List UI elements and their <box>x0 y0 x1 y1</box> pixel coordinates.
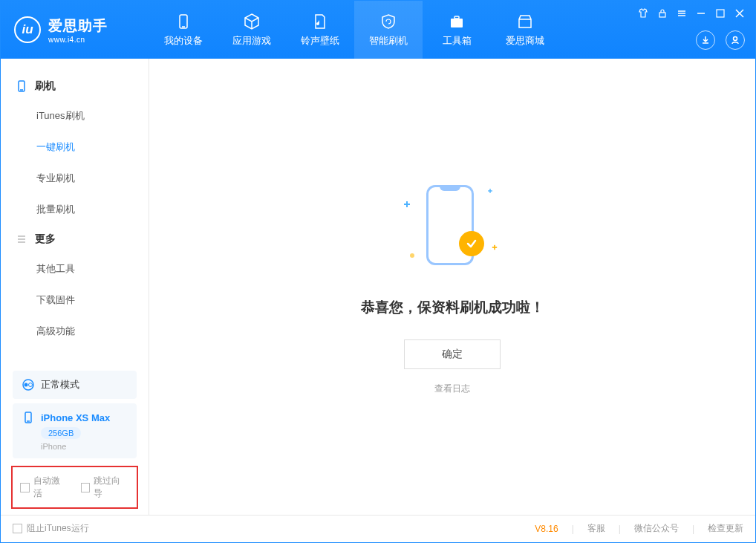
sidebar-item-advanced[interactable]: 高级功能 <box>36 316 149 347</box>
sidebar-item-batch-flash[interactable]: 批量刷机 <box>36 194 149 225</box>
sparkle-icon <box>488 189 492 193</box>
tab-label: 我的设备 <box>164 34 203 48</box>
checkbox-box <box>13 524 22 533</box>
header-action-icons <box>696 30 745 50</box>
sidebar-item-download-firmware[interactable]: 下载固件 <box>36 284 149 316</box>
list-icon <box>16 233 27 245</box>
checkbox-label: 跳过向导 <box>94 475 129 500</box>
success-message: 恭喜您，保资料刷机成功啦！ <box>361 298 544 317</box>
checkbox-auto-activate[interactable]: 自动激活 <box>20 475 69 500</box>
toolbox-icon <box>448 13 466 30</box>
svg-rect-9 <box>717 10 724 17</box>
device-type: iPhone <box>41 442 66 451</box>
tab-label: 工具箱 <box>443 34 472 48</box>
music-file-icon <box>311 13 329 30</box>
logo-text: 爱思助手 www.i4.cn <box>48 16 108 44</box>
sidebar: 刷机 iTunes刷机 一键刷机 专业刷机 批量刷机 更多 其他工具 下载固件 … <box>1 59 149 515</box>
device-icon <box>175 13 192 30</box>
tab-store[interactable]: 爱思商城 <box>491 1 559 59</box>
tab-my-device[interactable]: 我的设备 <box>149 1 218 59</box>
checkbox-block-itunes[interactable]: 阻止iTunes运行 <box>13 522 89 535</box>
svg-point-19 <box>25 383 28 387</box>
store-icon <box>516 13 534 30</box>
footer-link-update[interactable]: 检查更新 <box>708 522 743 535</box>
sidebar-item-itunes-flash[interactable]: iTunes刷机 <box>36 100 149 131</box>
device-icon <box>22 411 35 424</box>
tab-label: 智能刷机 <box>369 34 408 48</box>
ok-button[interactable]: 确定 <box>404 339 501 369</box>
checkbox-box <box>81 483 91 492</box>
body: 刷机 iTunes刷机 一键刷机 专业刷机 批量刷机 更多 其他工具 下载固件 … <box>1 59 755 515</box>
footer-right: V8.16 | 客服 | 微信公众号 | 检查更新 <box>535 522 743 535</box>
sparkle-icon <box>492 244 497 249</box>
sidebar-bottom: 正常模式 iPhone XS Max 256GB iPhone 自动激活 跳过向… <box>1 366 149 515</box>
version-label: V8.16 <box>535 524 558 534</box>
sidebar-item-oneclick-flash[interactable]: 一键刷机 <box>36 131 149 163</box>
svg-point-20 <box>29 383 33 387</box>
heading-label: 更多 <box>35 233 56 246</box>
sidebar-item-pro-flash[interactable]: 专业刷机 <box>36 163 149 194</box>
close-icon[interactable] <box>734 8 745 19</box>
mode-panel[interactable]: 正常模式 <box>13 371 137 399</box>
footer: 阻止iTunes运行 V8.16 | 客服 | 微信公众号 | 检查更新 <box>1 515 755 542</box>
checkbox-label: 自动激活 <box>33 475 69 500</box>
user-icon[interactable] <box>726 30 745 50</box>
tab-ringtones-wallpapers[interactable]: 铃声壁纸 <box>286 1 354 59</box>
heading-label: 刷机 <box>35 79 56 93</box>
tab-label: 爱思商城 <box>506 34 544 48</box>
download-icon[interactable] <box>696 30 715 50</box>
logo-icon: iu <box>14 16 41 43</box>
sidebar-heading-more: 更多 <box>1 225 149 253</box>
brand-url: www.i4.cn <box>48 36 108 44</box>
checkbox-row: 自动激活 跳过向导 <box>11 466 138 509</box>
device-panel[interactable]: iPhone XS Max 256GB iPhone <box>13 403 137 458</box>
tabs: 我的设备 应用游戏 铃声壁纸 智能刷机 工具箱 爱思商城 <box>149 1 559 59</box>
tab-apps-games[interactable]: 应用游戏 <box>218 1 286 59</box>
view-log-link[interactable]: 查看日志 <box>434 383 470 395</box>
svg-rect-3 <box>454 16 459 19</box>
tab-toolbox[interactable]: 工具箱 <box>423 1 491 59</box>
svg-point-12 <box>734 37 737 41</box>
sidebar-heading-flash: 刷机 <box>1 72 149 100</box>
sidebar-list-more: 其他工具 下载固件 高级功能 <box>1 253 149 347</box>
svg-rect-2 <box>451 19 463 27</box>
storage-badge: 256GB <box>41 427 81 439</box>
footer-link-support[interactable]: 客服 <box>587 522 605 535</box>
brand-name: 爱思助手 <box>48 16 108 36</box>
window-controls <box>638 8 745 19</box>
header: iu 爱思助手 www.i4.cn 我的设备 应用游戏 铃声壁纸 智能刷机 工具… <box>1 1 755 59</box>
sidebar-item-other-tools[interactable]: 其他工具 <box>36 253 149 284</box>
shirt-icon[interactable] <box>638 8 648 19</box>
sidebar-list-flash: iTunes刷机 一键刷机 专业刷机 批量刷机 <box>1 100 149 225</box>
device-name: iPhone XS Max <box>41 412 110 423</box>
success-illustration <box>397 179 508 283</box>
phone-icon <box>16 80 27 92</box>
mode-icon <box>22 378 35 391</box>
phone-notch-icon <box>440 185 460 191</box>
main-content: 恭喜您，保资料刷机成功啦！ 确定 查看日志 <box>149 59 755 515</box>
checkbox-box <box>20 483 30 492</box>
footer-link-wechat[interactable]: 微信公众号 <box>634 522 679 535</box>
svg-rect-4 <box>659 13 665 17</box>
check-badge-icon <box>459 231 484 256</box>
mode-label: 正常模式 <box>41 378 79 391</box>
refresh-shield-icon <box>379 13 397 30</box>
sparkle-icon <box>404 201 410 207</box>
menu-icon[interactable] <box>677 8 687 19</box>
logo-area: iu 爱思助手 www.i4.cn <box>1 16 149 44</box>
lock-icon[interactable] <box>657 8 668 19</box>
separator: | <box>572 524 574 534</box>
tab-label: 铃声壁纸 <box>301 34 339 48</box>
minimize-icon[interactable] <box>696 8 706 19</box>
dot-icon <box>410 253 414 258</box>
separator: | <box>692 524 694 534</box>
checkbox-skip-guide[interactable]: 跳过向导 <box>81 475 130 500</box>
separator: | <box>619 524 621 534</box>
maximize-icon[interactable] <box>715 8 726 19</box>
tab-smart-flash[interactable]: 智能刷机 <box>354 1 423 59</box>
tab-label: 应用游戏 <box>232 34 271 48</box>
cube-icon <box>243 13 261 30</box>
checkbox-label: 阻止iTunes运行 <box>27 522 89 535</box>
